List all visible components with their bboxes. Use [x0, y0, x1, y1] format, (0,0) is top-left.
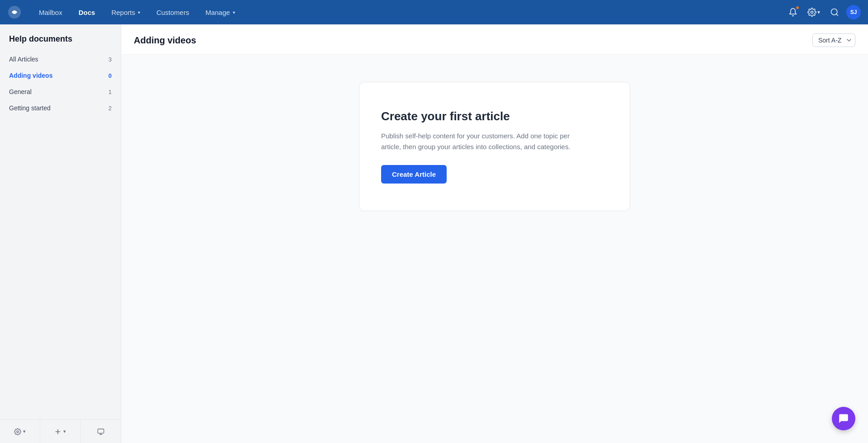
nav-item-reports[interactable]: Reports ▾: [103, 0, 148, 24]
settings-chevron-icon: ▾: [23, 429, 26, 434]
manage-chevron-icon: ▾: [233, 10, 235, 15]
sidebar-item-count: 2: [108, 105, 112, 112]
main-body: Create your first article Publish self-h…: [121, 55, 868, 443]
sidebar-footer: ▾ ▾: [0, 419, 121, 443]
nav-item-customers[interactable]: Customers: [148, 0, 198, 24]
sidebar-item-label: Adding videos: [9, 72, 52, 79]
sidebar-item-count: 1: [108, 89, 112, 95]
topnav: Mailbox Docs Reports ▾ Customers Manage …: [0, 0, 868, 24]
gear-chevron-icon: ▾: [817, 9, 820, 15]
sidebar-item-label: General: [9, 88, 32, 95]
sidebar-item-getting-started[interactable]: Getting started 2: [0, 100, 121, 116]
sidebar-title: Help documents: [0, 24, 121, 51]
nav-item-docs[interactable]: Docs: [71, 0, 104, 24]
nav-items: Mailbox Docs Reports ▾ Customers Manage …: [31, 0, 785, 24]
sort-select[interactable]: Sort A-Z Sort Z-A Newest Oldest: [812, 33, 855, 47]
main-header: Adding videos Sort A-Z Sort Z-A Newest O…: [121, 24, 868, 55]
sidebar-item-all-articles[interactable]: All Articles 3: [0, 51, 121, 67]
search-button[interactable]: [826, 4, 843, 20]
create-article-button[interactable]: Create Article: [381, 165, 447, 184]
sidebar-item-count: 3: [108, 56, 112, 63]
chat-bubble-button[interactable]: [832, 407, 855, 430]
sidebar-item-general[interactable]: General 1: [0, 84, 121, 100]
add-chevron-icon: ▾: [63, 429, 66, 434]
svg-line-3: [836, 14, 838, 16]
nav-right: ▾ SJ: [785, 4, 861, 20]
sidebar-add-button[interactable]: ▾: [40, 420, 80, 443]
sidebar-item-adding-videos[interactable]: Adding videos 0: [0, 67, 121, 84]
main-content: Adding videos Sort A-Z Sort Z-A Newest O…: [121, 24, 868, 443]
logo[interactable]: [7, 5, 22, 19]
layout: Help documents All Articles 3 Adding vid…: [0, 0, 868, 443]
avatar[interactable]: SJ: [846, 5, 861, 19]
sidebar-item-label: Getting started: [9, 104, 51, 112]
svg-point-4: [17, 431, 19, 433]
sidebar-item-count: 0: [108, 72, 112, 79]
nav-item-manage[interactable]: Manage ▾: [197, 0, 243, 24]
notification-button[interactable]: [785, 4, 801, 20]
sidebar-settings-button[interactable]: ▾: [0, 420, 40, 443]
reports-chevron-icon: ▾: [138, 10, 140, 15]
empty-card-title: Create your first article: [381, 109, 510, 123]
svg-rect-7: [98, 429, 104, 433]
nav-item-mailbox[interactable]: Mailbox: [31, 0, 71, 24]
empty-state-card: Create your first article Publish self-h…: [359, 82, 630, 211]
empty-card-description: Publish self-help content for your custo…: [381, 131, 571, 152]
notification-badge: [796, 6, 799, 9]
svg-point-1: [811, 11, 813, 14]
sidebar-list: All Articles 3 Adding videos 0 General 1…: [0, 51, 121, 419]
sidebar-preview-button[interactable]: [81, 420, 121, 443]
sidebar-item-label: All Articles: [9, 56, 38, 63]
settings-button[interactable]: ▾: [805, 4, 823, 20]
page-title: Adding videos: [134, 35, 196, 46]
sidebar: Help documents All Articles 3 Adding vid…: [0, 24, 121, 443]
